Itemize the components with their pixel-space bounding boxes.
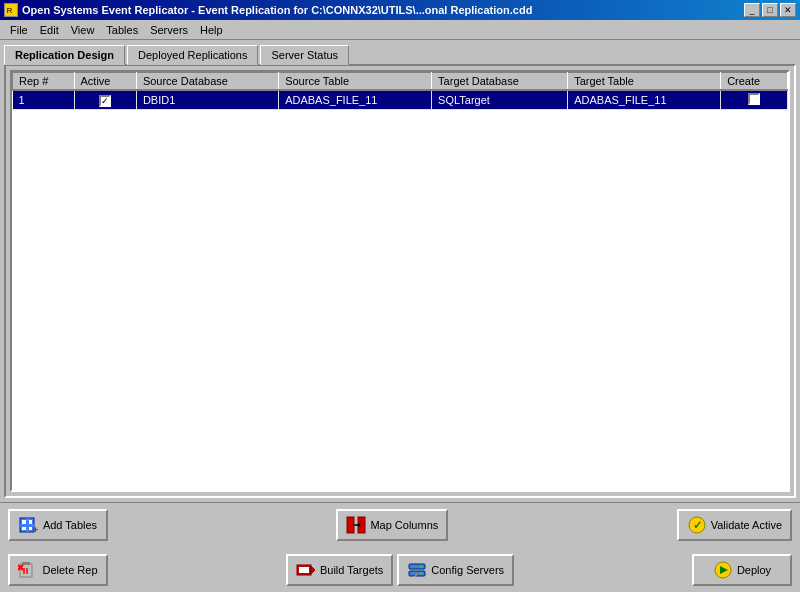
window-controls: _ □ ✕ xyxy=(744,3,796,17)
cell-create[interactable] xyxy=(721,90,788,110)
menu-tables[interactable]: Tables xyxy=(100,23,144,37)
validate-active-label: Validate Active xyxy=(711,519,782,531)
main-window: Replication Design Deployed Replications… xyxy=(0,40,800,592)
deploy-label: Deploy xyxy=(737,564,771,576)
config-servers-label: Config Servers xyxy=(431,564,504,576)
tab-deployed-replications[interactable]: Deployed Replications xyxy=(127,45,258,65)
app-icon: R xyxy=(4,3,18,17)
col-create: Create xyxy=(721,73,788,91)
svg-rect-21 xyxy=(299,567,309,573)
svg-text:+: + xyxy=(33,525,38,535)
content-area: Rep # Active Source Database Source Tabl… xyxy=(4,64,796,498)
svg-text:✓: ✓ xyxy=(693,519,702,531)
maximize-button[interactable]: □ xyxy=(762,3,778,17)
deploy-icon xyxy=(713,560,733,580)
bottom-bar: + Add Tables Map Columns xyxy=(0,502,800,592)
replication-table-container: Rep # Active Source Database Source Tabl… xyxy=(10,70,790,492)
svg-rect-22 xyxy=(409,564,425,569)
title-bar: R Open Systems Event Replicator - Event … xyxy=(0,0,800,20)
button-row-1: + Add Tables Map Columns xyxy=(8,509,792,541)
menu-view[interactable]: View xyxy=(65,23,101,37)
tab-server-status[interactable]: Server Status xyxy=(260,45,349,65)
build-targets-button[interactable]: Build Targets xyxy=(286,554,393,586)
menu-servers[interactable]: Servers xyxy=(144,23,194,37)
menu-bar: File Edit View Tables Servers Help xyxy=(0,20,800,40)
col-active: Active xyxy=(74,73,136,91)
map-columns-icon xyxy=(346,515,366,535)
cell-rep-num: 1 xyxy=(13,90,75,110)
cell-active[interactable] xyxy=(74,90,136,110)
active-checkbox[interactable] xyxy=(99,95,111,107)
deploy-button[interactable]: Deploy xyxy=(692,554,792,586)
svg-rect-14 xyxy=(22,562,30,565)
menu-file[interactable]: File xyxy=(4,23,34,37)
create-checkbox[interactable] xyxy=(748,93,760,105)
delete-rep-label: Delete Rep xyxy=(42,564,97,576)
col-source-database: Source Database xyxy=(136,73,278,91)
cell-source-table: ADABAS_FILE_11 xyxy=(279,90,432,110)
svg-rect-5 xyxy=(20,524,34,527)
config-servers-button[interactable]: ✓ Config Servers xyxy=(397,554,514,586)
cell-target-database: SQLTarget xyxy=(432,90,568,110)
button-row-2: Delete Rep Build Targets ✓ xyxy=(8,554,792,586)
tab-replication-design[interactable]: Replication Design xyxy=(4,45,125,65)
add-tables-icon: + xyxy=(19,515,39,535)
col-rep-num: Rep # xyxy=(13,73,75,91)
tab-bar: Replication Design Deployed Replications… xyxy=(0,40,800,64)
col-target-table: Target Table xyxy=(568,73,721,91)
close-button[interactable]: ✕ xyxy=(780,3,796,17)
svg-text:✓: ✓ xyxy=(412,572,419,580)
window-title: Open Systems Event Replicator - Event Re… xyxy=(22,4,532,16)
svg-text:R: R xyxy=(7,6,13,15)
add-tables-label: Add Tables xyxy=(43,519,97,531)
map-columns-button[interactable]: Map Columns xyxy=(336,509,448,541)
svg-point-25 xyxy=(420,573,422,575)
col-target-database: Target Database xyxy=(432,73,568,91)
delete-rep-button[interactable]: Delete Rep xyxy=(8,554,108,586)
minimize-button[interactable]: _ xyxy=(744,3,760,17)
build-targets-icon xyxy=(296,560,316,580)
validate-icon: ✓ xyxy=(687,515,707,535)
delete-rep-icon xyxy=(18,560,38,580)
cell-source-database: DBID1 xyxy=(136,90,278,110)
menu-help[interactable]: Help xyxy=(194,23,229,37)
svg-rect-7 xyxy=(347,517,354,533)
replication-table: Rep # Active Source Database Source Tabl… xyxy=(12,72,788,110)
cell-target-table: ADABAS_FILE_11 xyxy=(568,90,721,110)
config-servers-icon: ✓ xyxy=(407,560,427,580)
add-tables-button[interactable]: + Add Tables xyxy=(8,509,108,541)
map-columns-label: Map Columns xyxy=(370,519,438,531)
col-source-table: Source Table xyxy=(279,73,432,91)
svg-marker-20 xyxy=(311,566,315,574)
menu-edit[interactable]: Edit xyxy=(34,23,65,37)
table-row[interactable]: 1 DBID1 ADABAS_FILE_11 SQLTarget ADABAS_… xyxy=(13,90,788,110)
build-targets-label: Build Targets xyxy=(320,564,383,576)
svg-point-24 xyxy=(420,566,422,568)
validate-active-button[interactable]: ✓ Validate Active xyxy=(677,509,792,541)
